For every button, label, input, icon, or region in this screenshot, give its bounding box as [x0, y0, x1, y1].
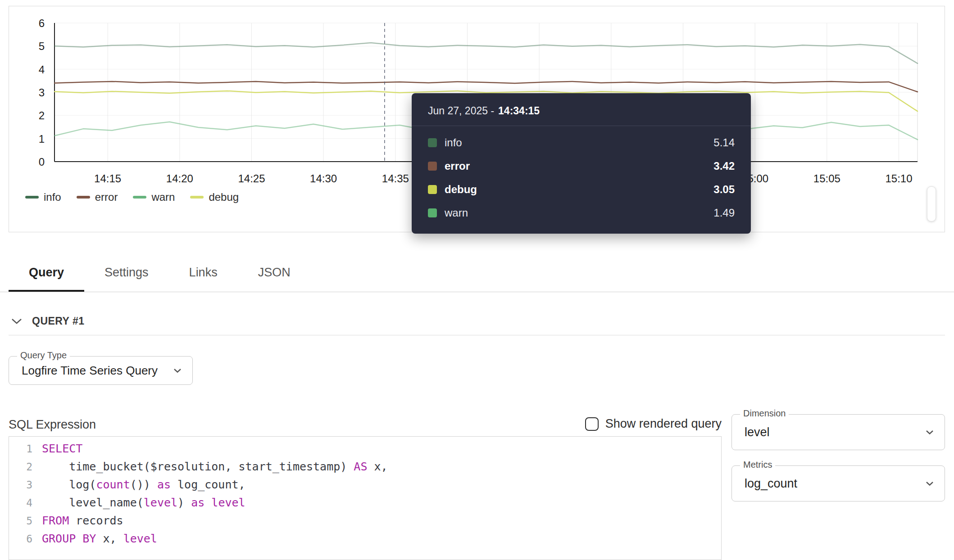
- query-type-value: Logfire Time Series Query: [22, 364, 158, 378]
- legend-label: debug: [209, 191, 239, 203]
- code-line: 4 level_name(level) as level: [9, 494, 721, 512]
- tooltip-date: Jun 27, 2025 -: [428, 105, 494, 117]
- svg-text:14:35: 14:35: [382, 172, 409, 185]
- code-line: 3 log(count()) as log_count,: [9, 476, 721, 494]
- legend-label: warn: [151, 191, 175, 203]
- svg-text:14:15: 14:15: [94, 172, 121, 185]
- tooltip-swatch: [428, 208, 437, 217]
- svg-text:0: 0: [39, 156, 45, 168]
- series-line-info: [55, 43, 918, 63]
- line-number: 5: [9, 512, 42, 530]
- scrollbar-thumb[interactable]: [927, 186, 936, 221]
- legend-swatch: [190, 196, 204, 199]
- chevron-down-icon: [926, 481, 934, 486]
- tab-links[interactable]: Links: [169, 255, 238, 292]
- line-number: 6: [9, 530, 42, 548]
- code-line: 2 time_bucket($resolution, start_timesta…: [9, 458, 721, 476]
- svg-text:4: 4: [39, 63, 45, 76]
- chart-legend: infoerrorwarndebug: [25, 191, 239, 203]
- legend-label: info: [44, 191, 61, 203]
- legend-item-error[interactable]: error: [77, 191, 118, 203]
- line-number: 2: [9, 458, 42, 476]
- chevron-down-icon: [11, 318, 22, 325]
- svg-text:1: 1: [39, 133, 45, 145]
- tooltip-series-name: debug: [445, 183, 713, 196]
- legend-item-info[interactable]: info: [25, 191, 61, 203]
- tooltip-row-debug: debug3.05: [428, 178, 735, 201]
- code-line: 1SELECT: [9, 440, 721, 458]
- tooltip-swatch: [428, 138, 437, 147]
- show-rendered-label: Show rendered query: [605, 417, 722, 431]
- section-divider: [9, 335, 945, 335]
- chevron-down-icon: [173, 368, 182, 373]
- code-text: level_name(level) as level: [42, 494, 245, 512]
- code-text: GROUP BY x, level: [42, 530, 157, 548]
- tooltip-row-info: info5.14: [428, 131, 735, 154]
- code-text: log(count()) as log_count,: [42, 476, 245, 494]
- code-text: time_bucket($resolution, start_timestamp…: [42, 458, 388, 476]
- svg-text:5: 5: [39, 40, 45, 52]
- svg-text:6: 6: [39, 17, 45, 29]
- tab-bar: QuerySettingsLinksJSON: [0, 255, 954, 292]
- tooltip-series-value: 1.49: [713, 207, 735, 219]
- svg-text:15:10: 15:10: [885, 172, 912, 185]
- tab-json[interactable]: JSON: [238, 255, 311, 292]
- legend-swatch: [25, 196, 39, 199]
- tooltip-series-name: error: [445, 160, 713, 172]
- tooltip-series-name: warn: [445, 207, 713, 219]
- dimension-label: Dimension: [740, 408, 789, 419]
- code-text: SELECT: [42, 440, 82, 458]
- dimension-select[interactable]: Dimension level: [731, 414, 945, 450]
- chart-tooltip: Jun 27, 2025 - 14:34:15 info5.14error3.4…: [412, 93, 751, 234]
- legend-label: error: [95, 191, 118, 203]
- svg-text:14:30: 14:30: [310, 172, 337, 185]
- tooltip-series-value: 5.14: [713, 136, 735, 149]
- svg-text:2: 2: [39, 109, 45, 122]
- tooltip-swatch: [428, 162, 437, 171]
- line-number: 1: [9, 440, 42, 458]
- metrics-select[interactable]: Metrics log_count: [731, 465, 945, 501]
- tab-query[interactable]: Query: [9, 255, 84, 292]
- show-rendered-query-toggle[interactable]: Show rendered query: [585, 417, 722, 431]
- sql-editor[interactable]: 1SELECT2 time_bucket($resolution, start_…: [9, 436, 722, 560]
- tooltip-time: 14:34:15: [498, 105, 540, 117]
- query-section-title: QUERY #1: [32, 315, 85, 327]
- metrics-label: Metrics: [740, 460, 775, 470]
- tooltip-series-value: 3.42: [713, 160, 735, 172]
- legend-swatch: [133, 196, 146, 199]
- legend-item-debug[interactable]: debug: [190, 191, 239, 203]
- series-line-error: [55, 81, 918, 92]
- tooltip-header: Jun 27, 2025 - 14:34:15: [412, 93, 751, 126]
- legend-swatch: [77, 196, 90, 199]
- sql-editor-lines: 1SELECT2 time_bucket($resolution, start_…: [9, 440, 721, 548]
- code-text: FROM records: [42, 512, 123, 530]
- svg-text:15:05: 15:05: [813, 172, 840, 185]
- svg-text:3: 3: [39, 86, 45, 99]
- query-type-select[interactable]: Query Type Logfire Time Series Query: [9, 356, 193, 385]
- svg-text:14:25: 14:25: [238, 172, 265, 185]
- tooltip-row-error: error3.42: [428, 154, 735, 178]
- query-type-label: Query Type: [17, 350, 70, 361]
- svg-text:14:20: 14:20: [166, 172, 193, 185]
- tooltip-swatch: [428, 185, 437, 194]
- tooltip-row-warn: warn1.49: [428, 201, 735, 225]
- tooltip-series-value: 3.05: [713, 183, 735, 196]
- code-line: 6GROUP BY x, level: [9, 530, 721, 548]
- tooltip-series-name: info: [445, 136, 713, 149]
- metrics-value: log_count: [745, 477, 797, 491]
- tab-settings[interactable]: Settings: [84, 255, 169, 292]
- legend-item-warn[interactable]: warn: [133, 191, 175, 203]
- code-line: 5FROM records: [9, 512, 721, 530]
- sql-expression-label: SQL Expression: [9, 418, 96, 432]
- tooltip-rows: info5.14error3.42debug3.05warn1.49: [412, 126, 751, 225]
- show-rendered-checkbox[interactable]: [585, 417, 599, 431]
- query-section-header[interactable]: QUERY #1: [11, 315, 85, 327]
- line-number: 3: [9, 476, 42, 494]
- dimension-value: level: [745, 425, 770, 439]
- chevron-down-icon: [926, 430, 934, 435]
- line-number: 4: [9, 494, 42, 512]
